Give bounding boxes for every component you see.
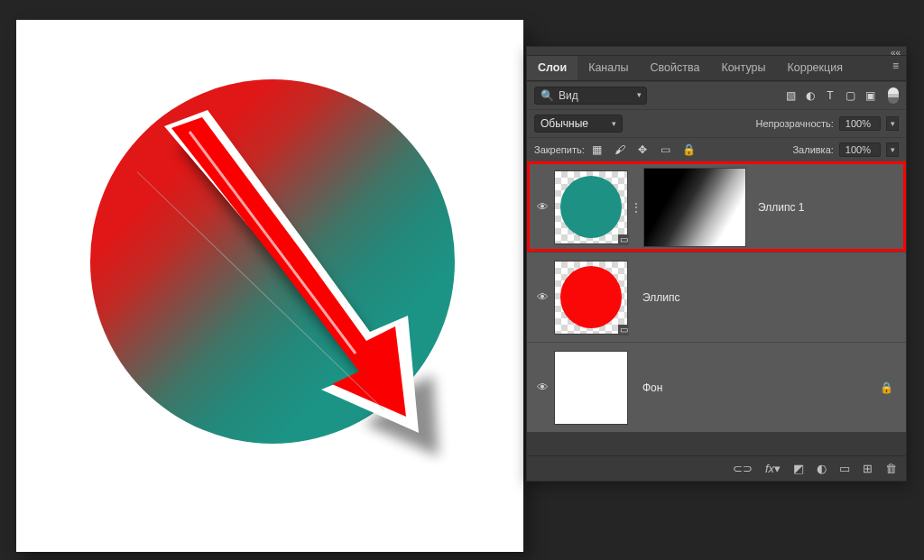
panel-tabs: Слои Каналы Свойства Контуры Коррекция ≡ — [527, 56, 906, 81]
filter-smart-object-icon[interactable]: ▣ — [863, 88, 877, 103]
chevron-down-icon[interactable]: ▾ — [886, 116, 899, 131]
chevron-down-icon: ▾ — [637, 90, 642, 99]
lock-icon: 🔒 — [880, 381, 893, 394]
layer-row-background[interactable]: 👁 Фон 🔒 — [527, 342, 906, 432]
canvas-art — [16, 20, 523, 552]
blend-opacity-row: Обычные ▾ Непрозрачность: 100% ▾ — [527, 109, 906, 137]
tab-channels[interactable]: Каналы — [578, 56, 639, 80]
filter-image-icon[interactable]: ▧ — [783, 88, 798, 103]
group-icon[interactable]: ▭ — [839, 462, 850, 475]
lock-icons: ▦ 🖌 ✥ ▭ 🔒 — [590, 142, 701, 157]
white-bg-thumb — [555, 352, 627, 424]
layer-filter-label: Вид — [559, 89, 578, 102]
filter-adjustment-icon[interactable]: ◐ — [803, 88, 818, 103]
color-label-swatch[interactable] — [888, 87, 899, 104]
vector-badge-icon: ▭ — [618, 325, 629, 335]
link-icon[interactable]: ⋮ — [630, 201, 642, 214]
layer-name[interactable]: Эллипс — [642, 291, 679, 304]
eye-icon[interactable]: 👁 — [532, 290, 552, 304]
new-adjustment-icon[interactable]: ◐ — [817, 462, 827, 475]
layer-filter-select[interactable]: 🔍 Вид ▾ — [534, 87, 647, 105]
layers-list: 👁 ▭ ⋮ Эллипс 1 👁 ▭ Эллипс 👁 Фон 🔒 — [527, 161, 906, 432]
fill-label: Заливка: — [792, 144, 833, 155]
layers-panel: «« Слои Каналы Свойства Контуры Коррекци… — [526, 46, 907, 482]
layer-row-ellipse1[interactable]: 👁 ▭ ⋮ Эллипс 1 — [527, 161, 906, 252]
layer-filter-row: 🔍 Вид ▾ ▧ ◐ T ▢ ▣ — [527, 81, 906, 109]
layer-thumb[interactable] — [552, 349, 630, 427]
lock-all-icon[interactable]: 🔒 — [681, 142, 696, 157]
fx-icon[interactable]: fx▾ — [765, 462, 781, 475]
teal-circle-thumb — [560, 176, 623, 238]
lock-brush-icon[interactable]: 🖌 — [613, 142, 627, 157]
trash-icon[interactable]: 🗑 — [885, 462, 897, 475]
opacity-label: Непрозрачность: — [755, 118, 833, 129]
layer-thumb[interactable]: ▭ — [552, 259, 630, 336]
eye-icon[interactable]: 👁 — [532, 381, 552, 394]
tab-layers[interactable]: Слои — [527, 56, 578, 80]
panel-titlebar[interactable]: «« — [527, 47, 906, 56]
search-icon: 🔍 — [541, 89, 554, 102]
red-arrow — [16, 20, 523, 552]
mask-icon[interactable]: ◩ — [793, 462, 804, 475]
layer-row-ellipse[interactable]: 👁 ▭ Эллипс — [527, 252, 906, 342]
new-layer-icon[interactable]: ⊞ — [863, 462, 873, 475]
tab-paths[interactable]: Контуры — [710, 56, 776, 80]
blend-mode-select[interactable]: Обычные — [534, 115, 623, 133]
chevron-down-icon[interactable]: ▾ — [886, 142, 899, 157]
lock-frame-icon[interactable]: ▭ — [659, 142, 673, 157]
layer-name[interactable]: Эллипс 1 — [758, 201, 804, 214]
vector-badge-icon: ▭ — [618, 234, 629, 245]
opacity-value[interactable]: 100% — [839, 116, 881, 131]
tab-adjustments[interactable]: Коррекция — [776, 56, 853, 80]
red-circle-thumb — [560, 266, 623, 328]
panel-empty-area — [527, 432, 906, 455]
svg-marker-2 — [171, 117, 406, 417]
eye-icon[interactable]: 👁 — [532, 200, 552, 214]
canvas-document[interactable] — [16, 20, 523, 552]
layer-mask-thumb[interactable] — [644, 169, 745, 246]
lock-pixels-icon[interactable]: ▦ — [590, 142, 605, 157]
lock-move-icon[interactable]: ✥ — [635, 142, 650, 157]
fill-value[interactable]: 100% — [839, 142, 881, 157]
filter-type-icon[interactable]: T — [823, 88, 837, 103]
filter-shape-icon[interactable]: ▢ — [843, 88, 857, 103]
panel-bottom-toolbar: ⊂⊃ fx▾ ◩ ◐ ▭ ⊞ 🗑 — [527, 455, 906, 481]
lock-label: Закрепить: — [534, 144, 585, 155]
layer-name[interactable]: Фон — [642, 381, 662, 394]
lock-fill-row: Закрепить: ▦ 🖌 ✥ ▭ 🔒 Заливка: 100% ▾ — [527, 137, 906, 161]
tab-properties[interactable]: Свойства — [640, 56, 711, 80]
link-layers-icon[interactable]: ⊂⊃ — [733, 462, 753, 475]
panel-menu-icon[interactable]: ≡ — [885, 56, 906, 80]
layer-thumb[interactable]: ▭ — [552, 169, 630, 246]
